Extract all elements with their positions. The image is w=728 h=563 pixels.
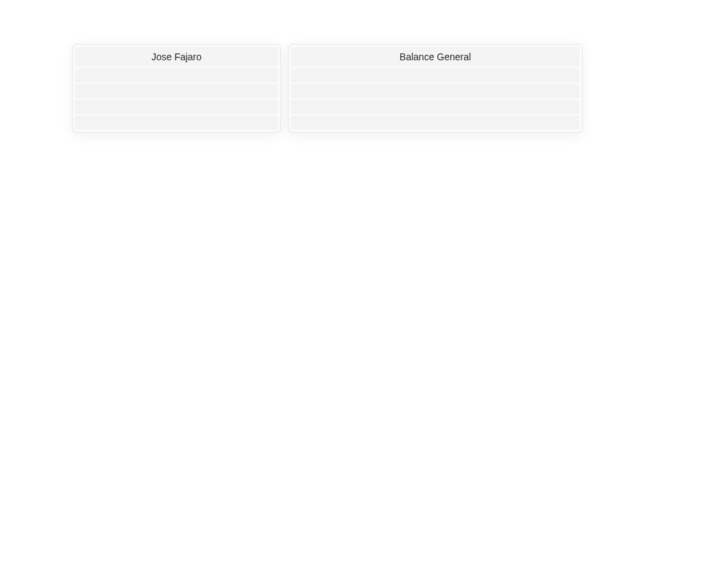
- panel-left-row: [75, 100, 278, 114]
- panel-left-header: Jose Fajaro: [75, 47, 278, 66]
- panel-right: Balance General: [288, 44, 583, 133]
- panel-left-row: [75, 116, 278, 129]
- panel-right-row: [291, 68, 579, 82]
- panel-right-row: [291, 100, 579, 114]
- panel-right-row: [291, 116, 579, 129]
- panel-right-row: [291, 84, 579, 98]
- panel-left-row: [75, 84, 278, 98]
- panel-left: Jose Fajaro: [72, 44, 281, 133]
- panel-left-row: [75, 68, 278, 82]
- panel-right-header: Balance General: [291, 47, 579, 66]
- panels-container: Jose Fajaro Balance General: [72, 44, 583, 133]
